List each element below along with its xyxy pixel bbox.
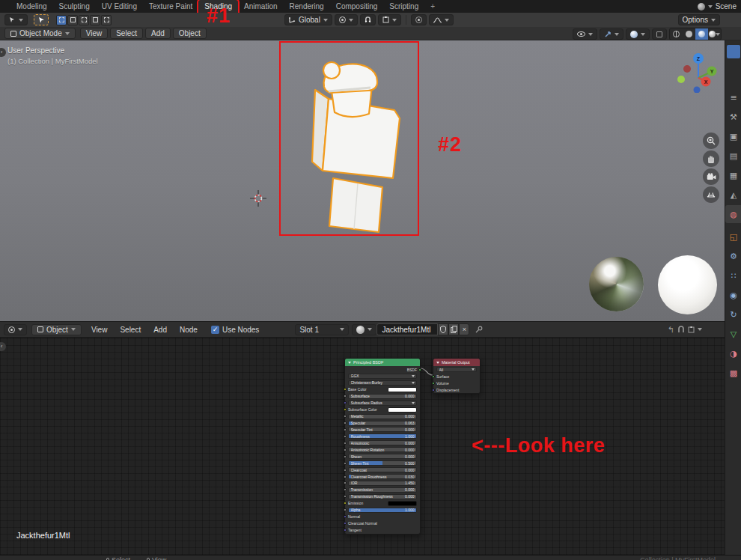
menu-add[interactable]: Add <box>145 28 171 39</box>
tab-editor-type[interactable]: ≡ <box>725 88 741 106</box>
snap-target-dropdown[interactable] <box>378 14 401 25</box>
material-name-input[interactable]: Jackthefur1Mtl <box>376 323 438 335</box>
specular-tint-row[interactable]: Specular Tint0.000 <box>345 427 420 433</box>
menu-select[interactable]: Select <box>115 325 146 335</box>
sheen-row[interactable]: Sheen0.000 <box>345 453 420 460</box>
output-bsdf[interactable]: BSDF <box>345 366 420 373</box>
new-material-button[interactable] <box>448 323 459 335</box>
tangent-row[interactable]: Tangent <box>345 527 420 534</box>
roughness-row[interactable]: Roughness1.000 <box>345 433 420 439</box>
volume-input[interactable]: Volume <box>433 380 480 386</box>
menu-add[interactable]: Add <box>148 325 172 335</box>
target-dropdown[interactable]: All <box>433 366 480 373</box>
xray-toggle[interactable] <box>652 28 667 40</box>
menu-node[interactable]: Node <box>174 325 203 335</box>
surface-input[interactable]: Surface <box>433 373 480 380</box>
tab-view-layer[interactable]: ▦ <box>725 166 741 184</box>
tab-modifiers[interactable]: ⚙ <box>725 247 741 265</box>
subsurface-method-dropdown[interactable]: Christensen-Burley <box>345 380 420 386</box>
tab-scripting[interactable]: Scripting <box>383 0 424 13</box>
menu-select[interactable]: Select <box>110 28 143 39</box>
active-tool-dropdown[interactable] <box>4 14 28 25</box>
tab-tool[interactable]: ⚒ <box>725 108 741 126</box>
select-set-button[interactable] <box>56 15 67 25</box>
alpha-row[interactable]: Alpha1.000 <box>345 507 420 514</box>
scene-selector[interactable]: Scene <box>698 0 737 13</box>
tab-render[interactable]: ▣ <box>725 127 741 145</box>
options-dropdown[interactable]: Options <box>678 14 720 25</box>
emission-row[interactable]: Emission <box>345 500 420 507</box>
mode-dropdown[interactable]: Object Mode <box>4 28 76 39</box>
pin-button[interactable] <box>474 323 484 335</box>
clearcoat-roughness-row[interactable]: Clearcoat Roughness0.030 <box>345 473 420 480</box>
hdri-preview-sphere[interactable] <box>589 257 644 311</box>
base-color-row[interactable]: Base Color <box>345 386 420 393</box>
bsdf-output-socket[interactable] <box>418 368 421 371</box>
subsurface-radius-row[interactable]: Subsurface Radius <box>345 400 420 407</box>
transform-orientation-dropdown[interactable]: Global <box>284 14 332 25</box>
tab-output[interactable]: ▤ <box>725 147 741 165</box>
magnet-icon[interactable] <box>677 326 685 333</box>
back-to-parent-icon[interactable]: ↰ <box>668 325 674 335</box>
tab-constraints[interactable]: ↻ <box>725 305 741 323</box>
object-visibility-dropdown[interactable] <box>573 28 597 40</box>
camera-view-button[interactable] <box>703 168 719 185</box>
tab-object[interactable]: ◱ <box>725 228 741 246</box>
normal-row[interactable]: Normal <box>345 514 420 520</box>
wireframe-shading-button[interactable] <box>670 28 683 40</box>
tab-physics[interactable]: ◉ <box>725 286 741 304</box>
select-subtract-button[interactable] <box>79 15 89 25</box>
ior-row[interactable]: IOR1.450 <box>345 480 420 487</box>
node-header[interactable]: Principled BSDF <box>345 359 420 366</box>
pan-button[interactable] <box>703 150 719 167</box>
tab-texture[interactable]: ▩ <box>725 364 741 382</box>
tab-rendering[interactable]: Rendering <box>284 0 330 13</box>
gizmos-dropdown[interactable] <box>600 28 623 40</box>
anisotropic-row[interactable]: Anisotropic0.000 <box>345 439 420 446</box>
material-output-node[interactable]: Material Output All Surface Volume Displ… <box>433 358 481 394</box>
specular-row[interactable]: Specular0.063 <box>345 420 420 427</box>
editor-corner[interactable] <box>727 45 740 58</box>
displacement-input[interactable]: Displacement <box>433 386 480 393</box>
overlays-dropdown[interactable] <box>626 28 650 40</box>
sheen-tint-row[interactable]: Sheen Tint0.500 <box>345 460 420 466</box>
tab-animation[interactable]: Animation <box>238 0 283 13</box>
menu-object[interactable]: Object <box>173 28 207 39</box>
use-nodes-toggle[interactable]: ✓ Use Nodes <box>211 326 259 334</box>
menu-view[interactable]: View <box>80 28 109 39</box>
tab-compositing[interactable]: Compositing <box>330 0 384 13</box>
tab-modeling[interactable]: Modeling <box>10 0 53 13</box>
navigation-gizmo[interactable]: Z Y X <box>674 46 720 93</box>
subsurface-color-row[interactable]: Subsurface Color <box>345 407 420 413</box>
tab-world[interactable]: ◍ <box>725 205 741 223</box>
tab-material[interactable]: ◑ <box>725 344 741 362</box>
anisotropic-rotation-row[interactable]: Anisotropic Rotation0.000 <box>345 446 420 453</box>
active-tool-button[interactable] <box>34 14 49 25</box>
select-extend-button[interactable] <box>67 15 78 25</box>
tab-scene[interactable]: ◭ <box>725 186 741 204</box>
pivot-point-dropdown[interactable] <box>335 14 358 25</box>
zoom-button[interactable] <box>703 133 719 149</box>
transmission-row[interactable]: Transmission0.000 <box>345 487 420 493</box>
collapse-icon[interactable] <box>348 362 351 364</box>
falloff-dropdown[interactable] <box>429 14 454 25</box>
metallic-row[interactable]: Metallic0.000 <box>345 413 420 420</box>
region-toggle[interactable]: ‹ <box>0 48 6 57</box>
proportional-editing-button[interactable] <box>411 14 427 25</box>
tab-uv-editing[interactable]: UV Editing <box>96 0 143 13</box>
rendered-shading-button[interactable] <box>708 28 721 40</box>
collapse-icon[interactable] <box>436 362 439 364</box>
tab-texture-paint[interactable]: Texture Paint <box>143 0 198 13</box>
unlink-material-button[interactable]: × <box>459 323 469 335</box>
fake-user-button[interactable] <box>438 323 448 335</box>
clearcoat-row[interactable]: Clearcoat0.000 <box>345 466 420 473</box>
distribution-dropdown[interactable]: GGX <box>345 373 420 380</box>
material-preview-sphere[interactable] <box>658 255 717 314</box>
select-difference-button[interactable] <box>90 15 100 25</box>
editor-type-dropdown[interactable] <box>4 324 27 335</box>
browse-material-dropdown[interactable] <box>352 324 376 335</box>
material-preview-button[interactable] <box>695 28 708 40</box>
tab-sculpting[interactable]: Sculpting <box>53 0 96 13</box>
tab-particles[interactable]: ∷ <box>725 267 741 284</box>
principled-bsdf-node[interactable]: Principled BSDF BSDF GGX Christensen-Bur… <box>344 358 421 535</box>
